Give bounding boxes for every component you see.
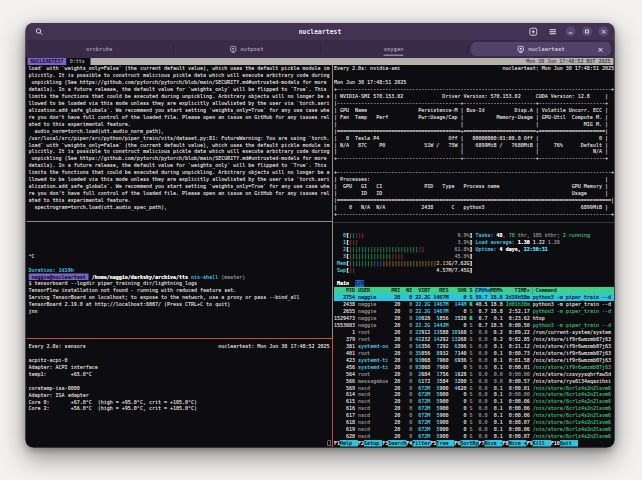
text-segment: 620: [458, 384, 467, 391]
text-segment: CPU%▽: [475, 287, 490, 294]
terminal-line: 1[||| 3.9%] Load average: 1.30 1.22 1.20: [334, 239, 615, 246]
pane-sensors[interactable]: Every 2.0s: sensors nucleartest: Mon Jun…: [29, 343, 334, 447]
text-segment: 20: [388, 391, 400, 398]
minimize-button[interactable]: [566, 27, 576, 37]
text-segment: 20: [388, 322, 400, 329]
text-segment: 0.0: [473, 343, 488, 350]
text-segment: 292: [439, 343, 448, 350]
text-segment: 22:50:31: [524, 246, 548, 253]
text-segment: 20: [388, 357, 400, 364]
text-segment: 619: [334, 426, 355, 433]
text-segment: llowed to be loaded via this mode unless…: [29, 176, 330, 183]
text-segment: 1: [334, 329, 355, 336]
close-button[interactable]: [599, 27, 609, 37]
text-segment: 172: [421, 377, 430, 384]
tab-orcbrute[interactable]: orcbrute: [26, 40, 173, 58]
pane-tts-log[interactable]: load` with `weights_only=False` (the cur…: [29, 65, 334, 218]
pane-border-vertical-active[interactable]: [332, 338, 333, 447]
text-segment: 0.0: [473, 357, 488, 364]
pane-htop[interactable]: 0[||||| 9.9%] Tasks: 48, 78 thr, 105 kth…: [334, 225, 615, 447]
text-segment: naggie: [358, 308, 388, 315]
text-segment: limits the functions that could be execu…: [29, 93, 330, 100]
pane-border-right[interactable]: [334, 222, 615, 223]
text-segment: /usr/local/src/piper/src/python/piper_tr…: [29, 134, 330, 141]
tab-outpost[interactable]: outpost: [173, 40, 320, 58]
text-segment: Search: [388, 440, 406, 447]
text-segment: unpickling (See https://github.com/pytor…: [29, 79, 327, 86]
pane-border-left-1[interactable]: [27, 221, 333, 222]
text-segment: temp1: +65.0°C: [29, 371, 92, 378]
tab-activity-indicator: [384, 55, 404, 57]
maximize-button[interactable]: [582, 27, 592, 37]
text-segment: Swp: [334, 266, 346, 273]
text-segment: /nix/store/if9r6wmzmb07j63: [533, 363, 611, 370]
terminal-line: | ID ID Usage |: [334, 190, 615, 197]
text-segment: 0.1: [488, 412, 503, 419]
text-segment: 1.20: [548, 239, 560, 246]
terminal-line: details). In a future release, the defau…: [29, 162, 334, 169]
text-segment: python3 -m piper_train --d: [533, 308, 611, 315]
text-segment: 0.0: [473, 350, 488, 357]
text-segment: 2438: [334, 301, 355, 308]
text-segment: 0.0: [473, 405, 488, 412]
text-segment: Setup: [364, 440, 382, 447]
terminal-line: | | | MIG M. |: [334, 120, 615, 127]
terminal-line: load` with `weights_only=False` (the cur…: [29, 65, 334, 72]
text-segment: 0:00.00: [503, 391, 530, 398]
text-segment: 615: [334, 398, 355, 405]
text-segment: [451, 398, 463, 405]
terminal-line: 617 nscd 20 0 672M 5900 0 S 0.0 0.1 0:00…: [334, 412, 615, 419]
tab-nucleartest[interactable]: nucleartest ×: [467, 40, 614, 58]
text-segment: ||||||||: [349, 259, 373, 266]
new-tab-button[interactable]: [527, 25, 540, 38]
text-segment: 2655: [334, 308, 355, 315]
terminal-line: [334, 162, 615, 169]
text-segment: | | | N/A |: [334, 148, 608, 155]
tmux-session-badge: NUCLEARTEST: [28, 58, 67, 65]
terminal-line: naggie@nucleartest /home/naggie/darksky/…: [29, 273, 334, 280]
text-segment: spectrogram=torch.load(utt.audio_spec_pa…: [29, 204, 167, 211]
text-segment: 618: [334, 419, 355, 426]
text-segment: 0:00.50: [503, 322, 530, 329]
desktop: nucleartest: [0, 0, 642, 480]
text-segment: /nix/store/cxsvyysqhrfaw5d: [533, 370, 611, 377]
text-segment: nix-shell: [191, 273, 218, 280]
terminal-line: 564 root 20 0 2684 1756 1628 S 0.0 0.0 0…: [334, 370, 615, 377]
tab-label: outpost: [240, 46, 263, 53]
text-segment: G/7.62G: [448, 259, 469, 266]
pane-border-vertical[interactable]: [332, 65, 333, 338]
terminal-line: |=======================================…: [334, 127, 615, 134]
text-segment: 268: [457, 336, 466, 343]
terminal-line: +---------------------------------------…: [334, 155, 615, 162]
text-segment: I/O: [355, 280, 364, 287]
text-segment: 0: [400, 426, 412, 433]
menu-button[interactable]: [546, 25, 559, 38]
text-segment: 0.0: [473, 412, 488, 419]
text-segment: 0:00.73: [503, 350, 530, 357]
text-segment: 20: [388, 315, 400, 322]
pane-border-left-2-active[interactable]: [27, 338, 333, 339]
tab-close-icon[interactable]: ×: [597, 45, 603, 54]
terminal-line: [29, 211, 334, 218]
tab-label: oxygen: [384, 46, 404, 53]
tab-oxygen[interactable]: oxygen: [320, 40, 467, 58]
text-segment: 0:01.58: [503, 357, 530, 364]
text-segment: 0.7: [473, 322, 488, 329]
terminal-line: ated to this experimental feature.: [29, 197, 334, 204]
text-segment: /nix/store/6crlz4s2n2lsvm6: [533, 398, 611, 405]
text-segment: 0.2: [488, 329, 503, 336]
text-segment: naggie: [358, 315, 388, 322]
text-segment: 900: [439, 391, 448, 398]
text-segment: 569: [334, 384, 355, 391]
pane-nvidia-smi[interactable]: Every 2.0s: nvidia-smi nucleartest: Mon …: [334, 65, 615, 218]
text-segment: 0.7: [473, 308, 488, 315]
terminal-area[interactable]: NUCLEARTEST 0:tts Mon 30 Jun 17:48:52 BS…: [26, 58, 615, 448]
terminal-line: [29, 419, 334, 426]
terminal-line: [29, 412, 334, 419]
pane-shell[interactable]: ^CDuration: 1d19h naggie@nucleartest /ho…: [29, 225, 334, 336]
text-segment: [451, 363, 463, 370]
text-segment: [424, 246, 454, 253]
terminal-line: alization.add_safe_globals`. We recommen…: [29, 183, 334, 190]
terminal-line: Swp[|| 4.57M/7.45G]: [334, 266, 615, 273]
text-segment: 900: [439, 398, 448, 405]
